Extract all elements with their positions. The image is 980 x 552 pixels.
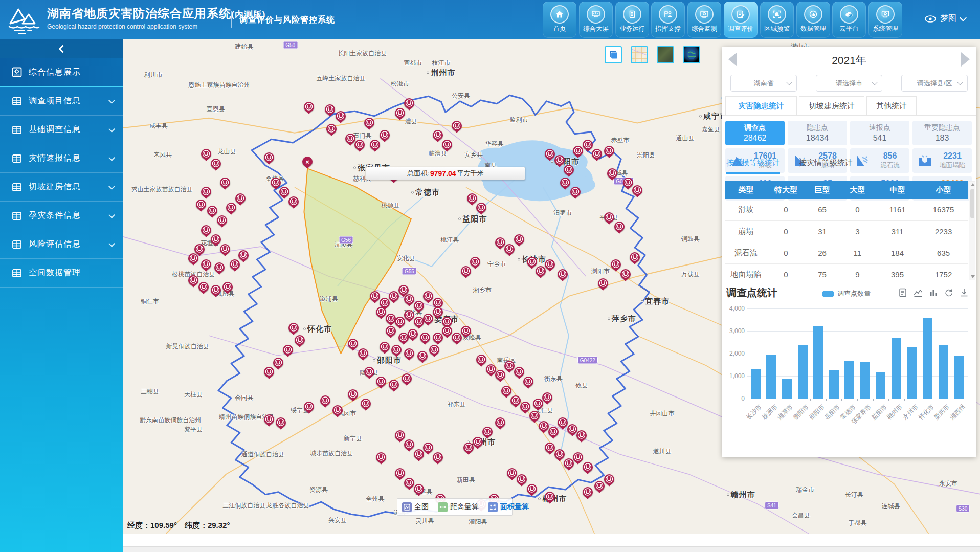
stat-card-1[interactable]: 调查点28462 — [725, 121, 785, 145]
hazard-point-marker[interactable] — [389, 380, 399, 390]
hazard-point-marker[interactable] — [380, 130, 390, 140]
hazard-point-marker[interactable] — [188, 253, 198, 263]
bar-湘潭市[interactable] — [782, 379, 792, 399]
stat-tab-3[interactable]: 其他统计 — [866, 96, 917, 116]
street-map-thumbnail[interactable] — [631, 46, 648, 63]
stat-card-4[interactable]: 重要隐患点183 — [912, 121, 972, 145]
hazard-point-marker[interactable] — [408, 329, 418, 339]
hazard-point-marker[interactable] — [264, 367, 274, 377]
hazard-point-marker[interactable] — [361, 399, 371, 409]
hazard-point-marker[interactable] — [533, 399, 543, 409]
sidebar-collapse-button[interactable] — [0, 39, 123, 58]
hazard-point-marker[interactable] — [517, 474, 527, 484]
hazard-point-marker[interactable] — [560, 178, 570, 188]
hazard-point-marker[interactable] — [433, 130, 443, 140]
hazard-point-marker[interactable] — [604, 212, 614, 223]
sidebar-item-1[interactable]: 综合信息展示 — [0, 58, 123, 87]
hazard-point-marker[interactable] — [386, 314, 396, 324]
table-row[interactable]: 地面塌陷07593951752 — [725, 263, 968, 280]
hazard-point-marker[interactable] — [326, 124, 337, 134]
hazard-point-marker[interactable] — [495, 417, 505, 428]
stat-card-2[interactable]: 隐患点18434 — [788, 121, 847, 145]
hazard-point-marker[interactable] — [545, 443, 555, 453]
hazard-point-marker[interactable] — [389, 291, 399, 301]
hazard-point-marker[interactable] — [376, 307, 386, 317]
nav-item-3[interactable]: 业务运行 — [615, 2, 649, 38]
hazard-point-marker[interactable] — [395, 108, 405, 118]
hazard-point-marker[interactable] — [226, 203, 236, 213]
hazard-point-marker[interactable] — [214, 262, 225, 273]
hazard-point-marker[interactable] — [370, 291, 380, 301]
hazard-point-marker[interactable] — [295, 335, 305, 345]
nav-item-9[interactable]: 云平台 — [832, 2, 866, 38]
hazard-point-marker[interactable] — [423, 291, 433, 301]
hazard-point-marker[interactable] — [404, 310, 414, 320]
hazard-point-marker[interactable] — [345, 134, 355, 144]
hazard-point-marker[interactable] — [230, 259, 240, 270]
hazard-point-marker[interactable] — [201, 259, 211, 270]
hazard-point-marker[interactable] — [395, 468, 405, 478]
hazard-point-marker[interactable] — [414, 317, 424, 327]
hazard-point-marker[interactable] — [470, 257, 480, 267]
hazard-point-marker[interactable] — [433, 452, 443, 462]
hazard-point-marker[interactable] — [545, 149, 555, 159]
sidebar-item-3[interactable]: 基础调查信息 — [0, 116, 123, 144]
hazard-point-marker[interactable] — [583, 462, 593, 472]
nav-item-2[interactable]: 综合大屏 — [579, 2, 613, 38]
hazard-point-marker[interactable] — [486, 364, 496, 374]
hazard-point-marker[interactable] — [283, 345, 293, 355]
hazard-point-marker[interactable] — [482, 427, 493, 437]
hazard-point-marker[interactable] — [523, 377, 533, 387]
bar-长沙市[interactable] — [751, 369, 761, 399]
hazard-point-marker[interactable] — [325, 104, 335, 115]
hazard-point-marker[interactable] — [279, 187, 289, 197]
hazard-point-marker[interactable] — [220, 244, 230, 254]
hazard-point-marker[interactable] — [288, 196, 299, 207]
hazard-point-marker[interactable] — [264, 414, 274, 425]
hazard-point-marker[interactable] — [404, 439, 414, 450]
hazard-point-marker[interactable] — [222, 282, 233, 292]
stat-card-3[interactable]: 速报点541 — [850, 121, 909, 145]
hazard-point-marker[interactable] — [576, 430, 587, 440]
hazard-point-marker[interactable] — [414, 484, 424, 494]
stat-tab-1[interactable]: 灾害隐患统计 — [725, 96, 797, 116]
hazard-point-marker[interactable] — [423, 314, 433, 324]
hazard-point-marker[interactable] — [473, 437, 483, 447]
hazard-point-marker[interactable] — [433, 298, 443, 308]
hazard-point-marker[interactable] — [354, 140, 365, 150]
hazard-point-marker[interactable] — [604, 474, 614, 484]
hazard-point-marker[interactable] — [417, 351, 428, 361]
hazard-point-marker[interactable] — [358, 348, 368, 359]
hazard-point-marker[interactable] — [527, 484, 537, 494]
hazard-point-marker[interactable] — [404, 478, 414, 488]
hazard-point-marker[interactable] — [348, 339, 358, 349]
hazard-point-marker[interactable] — [391, 345, 402, 355]
hazard-point-marker[interactable] — [623, 178, 633, 188]
map-tool-2[interactable]: 距离量算 — [433, 502, 483, 512]
bar-岳阳市[interactable] — [829, 370, 839, 399]
hazard-point-marker[interactable] — [220, 178, 230, 188]
sidebar-item-2[interactable]: 调查项目信息 — [0, 87, 123, 116]
hazard-point-marker[interactable] — [548, 427, 559, 437]
bar-益阳市[interactable] — [876, 372, 885, 399]
hazard-point-marker[interactable] — [558, 417, 568, 428]
refresh-icon[interactable] — [944, 288, 953, 297]
hazard-point-marker[interactable] — [320, 395, 330, 406]
hazard-point-marker[interactable] — [429, 345, 439, 355]
hazard-point-marker[interactable] — [398, 285, 409, 295]
sidebar-item-5[interactable]: 切坡建房信息 — [0, 173, 123, 202]
bar-娄底市[interactable] — [939, 345, 948, 399]
hazard-point-marker[interactable] — [433, 333, 443, 343]
hazard-point-marker[interactable] — [504, 244, 515, 254]
hazard-point-marker[interactable] — [583, 140, 593, 150]
table-row[interactable]: 滑坡0650116116375 — [725, 199, 968, 220]
hazard-point-marker[interactable] — [495, 370, 505, 380]
hazard-point-marker[interactable] — [536, 266, 546, 276]
bar-常德市[interactable] — [844, 361, 854, 399]
hazard-point-marker[interactable] — [404, 294, 414, 304]
hazard-point-marker[interactable] — [395, 430, 405, 440]
table-scrollbar[interactable] — [969, 181, 975, 280]
sidebar-item-7[interactable]: 风险评估信息 — [0, 230, 123, 259]
hazard-point-marker[interactable] — [529, 411, 540, 421]
hazard-point-marker[interactable] — [592, 149, 602, 159]
